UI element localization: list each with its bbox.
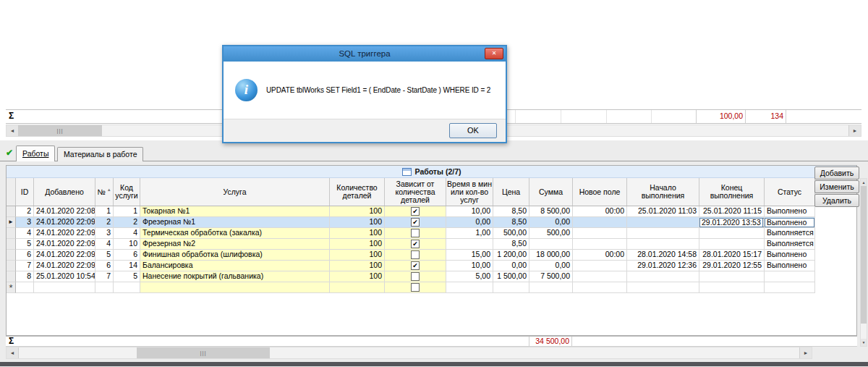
cell-start[interactable]: 25.01.2020 11:03 <box>627 206 699 217</box>
cell-price[interactable]: 1 200,00 <box>493 250 529 261</box>
grid-row[interactable]: 825.01.2020 10:5475Нанесение покрытий (г… <box>7 271 856 282</box>
checkbox-unchecked[interactable] <box>411 283 420 292</box>
cell-qty[interactable]: 100 <box>330 261 385 271</box>
cell-new_field[interactable] <box>573 228 627 239</box>
cell-num[interactable]: 4 <box>95 239 114 250</box>
checkbox-checked[interactable]: ✔ <box>411 207 420 216</box>
cell-sum[interactable]: 18 000,00 <box>529 250 573 261</box>
cell-service[interactable]: Финишная обработка (шлифовка) <box>140 250 330 261</box>
cell-added[interactable]: 24.01.2020 22:09 <box>34 217 95 228</box>
cell-new_field[interactable] <box>573 239 627 250</box>
cell-dep[interactable] <box>385 271 446 282</box>
column-header-sum[interactable]: Сумма <box>529 178 573 206</box>
cell-added[interactable]: 24.01.2020 22:09 <box>34 261 95 271</box>
cell-new_field[interactable] <box>573 217 627 228</box>
checkbox-checked[interactable]: ✔ <box>411 261 420 270</box>
cell-status[interactable]: Выполнено <box>765 250 815 261</box>
cell-added[interactable]: 24.01.2020 22:09 <box>34 250 95 261</box>
cell-id[interactable] <box>16 282 34 293</box>
checkbox-checked[interactable]: ✔ <box>411 218 420 227</box>
cell-start[interactable] <box>627 217 699 228</box>
cell-price[interactable]: 8,50 <box>493 239 529 250</box>
cell-start[interactable]: 28.01.2020 14:58 <box>627 250 699 261</box>
cell-num[interactable] <box>95 282 114 293</box>
grid-new-row[interactable]: * <box>7 282 856 293</box>
tab-materials[interactable]: Материалы в работе <box>57 147 143 161</box>
cell-num[interactable]: 5 <box>95 250 114 261</box>
cell-time[interactable] <box>446 282 493 293</box>
cell-status[interactable]: Выполнено <box>765 206 815 217</box>
status-editor[interactable]: Выполнено <box>765 218 814 227</box>
cell-price[interactable] <box>493 282 529 293</box>
cell-added[interactable]: 24.01.2020 22:09 <box>34 228 95 239</box>
cell-sum[interactable]: 0,00 <box>529 261 573 271</box>
column-header-service[interactable]: Услуга <box>140 178 330 206</box>
cell-start[interactable]: 29.01.2020 12:36 <box>627 261 699 271</box>
cell-service[interactable]: Термическая обработка (закалка) <box>140 228 330 239</box>
cell-start[interactable] <box>627 282 699 293</box>
column-header-new_field[interactable]: Новое поле <box>573 178 627 206</box>
cell-id[interactable]: 4 <box>16 228 34 239</box>
cell-code[interactable]: 14 <box>114 261 140 271</box>
cell-new_field[interactable]: 00:00 <box>573 206 627 217</box>
cell-start[interactable] <box>627 228 699 239</box>
cell-sum[interactable]: 7 500,00 <box>529 271 573 282</box>
checkbox-checked[interactable]: ✔ <box>411 240 420 248</box>
cell-end[interactable] <box>699 228 765 239</box>
scrollbar-thumb[interactable]: ||| <box>137 347 270 358</box>
cell-sum[interactable]: 8 500,00 <box>529 206 573 217</box>
grid-row[interactable]: 224.01.2020 22:0811Токарная №1100✔10,008… <box>7 206 856 217</box>
column-header-status[interactable]: Статус <box>765 178 815 206</box>
cell-dep[interactable] <box>385 250 446 261</box>
cell-status[interactable]: Выполняется <box>765 239 815 250</box>
cell-end[interactable] <box>699 271 765 282</box>
delete-button[interactable]: Удалить <box>814 194 859 207</box>
cell-new_field[interactable] <box>573 261 627 271</box>
cell-added[interactable]: 25.01.2020 10:54 <box>34 271 95 282</box>
cell-qty[interactable]: 100 <box>330 206 385 217</box>
cell-id[interactable]: 2 <box>16 206 34 217</box>
scroll-up-icon[interactable]: ▲ <box>861 179 867 186</box>
cell-price[interactable]: 1 500,00 <box>493 271 529 282</box>
end-date-editor[interactable]: 29.01.2020 13:53 <box>699 218 763 227</box>
cell-status[interactable]: Выполняется <box>765 228 815 239</box>
scroll-left-icon[interactable]: ◄ <box>7 125 19 136</box>
cell-dep[interactable]: ✔ <box>385 217 446 228</box>
cell-dep[interactable] <box>385 228 446 239</box>
dialog-title-bar[interactable]: SQL триггера ✕ <box>224 46 506 62</box>
cell-code[interactable] <box>114 282 140 293</box>
new-row-indicator[interactable]: * <box>7 282 16 293</box>
scrollbar-thumb[interactable]: ||| <box>18 125 102 136</box>
vertical-scrollbar[interactable]: ▲ ▼ <box>860 178 867 347</box>
cell-dep[interactable]: ✔ <box>385 239 446 250</box>
scroll-right-icon[interactable]: ► <box>799 347 812 358</box>
scroll-right-icon[interactable]: ► <box>848 125 861 136</box>
column-header-price[interactable]: Цена <box>493 178 529 206</box>
cell-num[interactable]: 6 <box>95 261 114 271</box>
cell-added[interactable] <box>34 282 95 293</box>
scroll-down-icon[interactable]: ▼ <box>861 339 867 346</box>
cell-price[interactable]: 500,00 <box>493 228 529 239</box>
checkbox-unchecked[interactable] <box>411 250 420 259</box>
row-indicator[interactable] <box>7 250 16 261</box>
cell-qty[interactable]: 100 <box>330 228 385 239</box>
cell-qty[interactable]: 100 <box>330 217 385 228</box>
cell-added[interactable]: 24.01.2020 22:09 <box>34 239 95 250</box>
cell-qty[interactable]: 100 <box>330 239 385 250</box>
cell-time[interactable]: 1,00 <box>446 228 493 239</box>
column-header-added[interactable]: Добавлено <box>34 178 95 206</box>
cell-id[interactable]: 5 <box>16 239 34 250</box>
grid-row[interactable]: 524.01.2020 22:09410Фрезерная №2100✔8,50… <box>7 239 856 250</box>
cell-service[interactable]: Балансировка <box>140 261 330 271</box>
grid-row[interactable]: ►324.01.2020 22:0922Фрезерная №1100✔0,00… <box>7 217 856 228</box>
cell-id[interactable]: 7 <box>16 261 34 271</box>
cell-status[interactable]: Выполнено <box>765 261 815 271</box>
column-header-end[interactable]: Конец выполнения <box>699 178 765 206</box>
cell-status[interactable] <box>765 271 815 282</box>
cell-service[interactable]: Нанесение покрытий (гальваника) <box>140 271 330 282</box>
cell-sum[interactable] <box>529 239 573 250</box>
cell-end[interactable] <box>699 239 765 250</box>
cell-num[interactable]: 7 <box>95 271 114 282</box>
cell-code[interactable]: 2 <box>114 217 140 228</box>
cell-added[interactable]: 24.01.2020 22:08 <box>34 206 95 217</box>
